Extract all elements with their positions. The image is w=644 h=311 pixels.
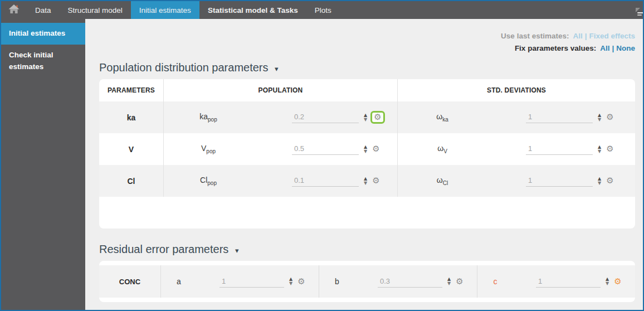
tab-structural-model[interactable]: Structural model [60,1,131,19]
fix-none-link[interactable]: None [616,44,635,52]
tab-data[interactable]: Data [27,1,60,19]
use-last-fixed-effects-link[interactable]: Fixed effects [589,32,635,40]
residual-param-label-highlighted: c [490,277,501,286]
parameter-name: V [99,133,164,165]
value-stepper: ▲▼ [364,113,367,122]
sd-value-input[interactable] [526,111,593,123]
fix-parameters-row: Fix parameters values:All|None [99,42,635,55]
pop-param-label: Clpop [183,176,233,186]
output-group-name: CONC [99,265,160,298]
sidebar-item-check-initial-estimates[interactable]: Check initial estimates [1,45,85,78]
residual-param-label: b [331,277,343,286]
column-header-parameters: PARAMETERS [99,79,164,101]
stepper-down-icon[interactable]: ▼ [364,149,367,154]
residual-error-card: CONC a ▲▼ ⚙ b ▲▼ ⚙ c ▲▼ ⚙ [99,261,635,302]
tab-initial-estimates[interactable]: Initial estimates [131,1,199,19]
residual-section-title: Residual error parameters ▾ [99,243,635,256]
residual-cell-a: a ▲▼ ⚙ [160,265,319,298]
residual-cell-c: c ▲▼ ⚙ [477,265,635,298]
population-section-title-text: Population distribution parameters [99,61,269,74]
std-deviation-cell: ωV ▲▼ ⚙ [398,133,635,165]
pop-param-label: kapop [183,112,233,123]
stepper-down-icon[interactable]: ▼ [598,181,601,186]
value-stepper: ▲▼ [598,113,601,122]
top-navbar: Data Structural model Initial estimates … [1,1,643,19]
value-stepper: ▲▼ [606,277,609,286]
fix-all-link[interactable]: All [600,44,609,52]
stepper-down-icon[interactable]: ▼ [364,118,367,122]
tab-statistical-model-tasks[interactable]: Statistical model & Tasks [199,1,306,19]
omega-param-label: ωCl [417,176,467,186]
settings-gear-icon[interactable]: ⚙ [606,145,613,153]
app-window: Data Structural model Initial estimates … [0,0,644,311]
pop-value-input[interactable] [292,143,359,155]
residual-section-title-text: Residual error parameters [99,243,228,255]
tab-plots[interactable]: Plots [306,1,340,19]
residual-value-input[interactable] [378,276,442,288]
residual-value-input[interactable] [536,276,601,288]
settings-gear-icon[interactable]: ⚙ [372,145,379,153]
collapse-caret-icon[interactable]: ▾ [235,246,239,255]
settings-gear-icon[interactable]: ⚙ [372,177,379,185]
pop-value-input[interactable] [292,111,359,123]
settings-gear-icon[interactable]: ⚙ [297,278,305,286]
value-stepper: ▲▼ [364,177,367,186]
sidebar: Initial estimates Check initial estimate… [1,19,85,310]
population-cell: Vpop ▲▼ ⚙ [164,133,398,165]
separator: | [612,44,614,52]
sidebar-item-initial-estimates[interactable]: Initial estimates [1,23,85,45]
pop-value-input[interactable] [292,175,359,187]
residual-value-input[interactable] [219,276,284,288]
population-table-header: PARAMETERS POPULATION STD. DEVIATIONS [99,79,635,101]
omega-param-label: ωV [417,144,467,154]
std-deviation-cell: ωCl ▲▼ ⚙ [398,165,635,197]
population-cell: Clpop ▲▼ ⚙ [164,165,398,197]
parameter-name: ka [99,101,164,133]
settings-gear-icon[interactable]: ⚙ [606,177,613,185]
residual-cell-b: b ▲▼ ⚙ [319,265,477,298]
value-stepper: ▲▼ [364,145,367,154]
population-cell: kapop ▲▼ ⚙ [164,101,398,133]
parameter-row-ka: ka kapop ▲▼ ⚙ ωka ▲▼ ⚙ [99,101,635,133]
use-last-estimates-row: Use last estimates:All|Fixed effects [99,30,635,42]
fix-parameters-label: Fix parameters values: [515,44,596,52]
settings-gear-icon[interactable]: ⚙ [606,113,613,122]
omega-param-label: ωka [417,112,467,123]
population-section-title: Population distribution parameters ▾ [99,61,635,74]
stepper-down-icon[interactable]: ▼ [447,281,451,286]
column-header-population: POPULATION [164,79,398,101]
settings-gear-icon-highlighted[interactable]: ⚙ [614,278,621,286]
column-header-std-deviations: STD. DEVIATIONS [398,79,635,101]
residual-param-label: a [173,277,184,286]
value-stepper: ▲▼ [598,145,601,154]
stepper-down-icon[interactable]: ▼ [289,281,292,286]
settings-gear-icon-highlighted[interactable]: ⚙ [370,111,384,124]
separator: | [585,32,587,40]
sd-value-input[interactable] [526,143,593,155]
residual-row-conc: CONC a ▲▼ ⚙ b ▲▼ ⚙ c ▲▼ ⚙ [99,265,635,298]
use-last-estimates-label: Use last estimates: [501,32,569,40]
std-deviation-cell: ωka ▲▼ ⚙ [398,101,635,133]
home-icon [8,4,19,16]
value-stepper: ▲▼ [447,277,451,286]
population-parameters-card: PARAMETERS POPULATION STD. DEVIATIONS ka… [99,79,635,229]
stepper-down-icon[interactable]: ▼ [364,181,367,186]
parameter-row-cl: Cl Clpop ▲▼ ⚙ ωCl ▲▼ ⚙ [99,165,635,197]
settings-gear-icon[interactable]: ⚙ [456,278,463,286]
home-button[interactable] [1,1,27,19]
pop-param-label: Vpop [183,144,233,154]
parameter-row-v: V Vpop ▲▼ ⚙ ωV ▲▼ ⚙ [99,133,635,165]
value-stepper: ▲▼ [598,177,601,186]
parameter-name: Cl [99,165,164,197]
stepper-down-icon[interactable]: ▼ [598,149,601,154]
sd-value-input[interactable] [526,175,593,187]
value-stepper: ▲▼ [289,277,292,286]
stepper-down-icon[interactable]: ▼ [606,281,609,286]
main-content: Use last estimates:All|Fixed effects Fix… [85,19,643,310]
collapse-caret-icon[interactable]: ▾ [275,65,279,73]
use-last-all-link[interactable]: All [573,32,582,40]
quick-actions: Use last estimates:All|Fixed effects Fix… [99,19,635,54]
stepper-down-icon[interactable]: ▼ [598,118,601,122]
